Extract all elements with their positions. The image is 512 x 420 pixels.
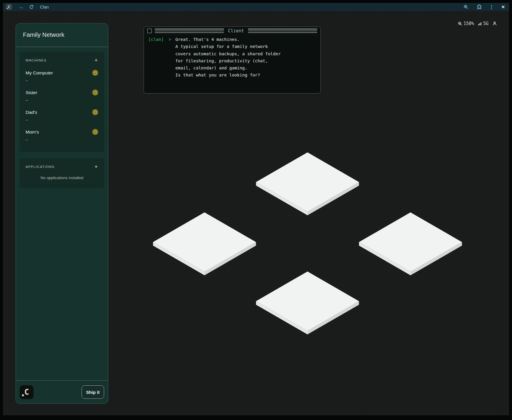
machine-warning-icon[interactable]: ! bbox=[92, 109, 98, 115]
machine-status-placeholder: – bbox=[26, 137, 98, 142]
terminal-line: A typical setup for a family network bbox=[148, 43, 316, 50]
extensions-icon-svg bbox=[476, 4, 482, 10]
terminal-line: email, calendar) and gaming. bbox=[148, 64, 316, 71]
applications-panel: APPLICATIONS + No applications installed bbox=[20, 158, 104, 188]
terminal-line: for filesharing, productivity (chat, bbox=[148, 57, 316, 64]
clan-logo-button[interactable]: C bbox=[6, 4, 12, 10]
terminal-closebox-icon[interactable] bbox=[147, 29, 152, 33]
machine-row-my-computer[interactable]: My Computer ! – bbox=[26, 70, 98, 83]
close-icon[interactable]: ✕ bbox=[501, 4, 505, 10]
platform-tile-svg bbox=[256, 271, 359, 334]
family-network-sidebar: Family Network MACHINES + My Computer ! … bbox=[16, 23, 108, 404]
terminal-text: for filesharing, productivity (chat, bbox=[175, 57, 316, 64]
machines-label: MACHINES bbox=[26, 59, 46, 62]
network-type-value: 5G bbox=[483, 21, 488, 26]
machine-warning-icon[interactable]: ! bbox=[92, 70, 98, 76]
applications-panel-header: APPLICATIONS + bbox=[26, 164, 98, 169]
zoom-in-icon[interactable] bbox=[463, 4, 468, 9]
sidebar-header: Family Network bbox=[16, 24, 108, 38]
terminal-title: Client bbox=[227, 28, 245, 34]
clan-logo-icon: C bbox=[8, 5, 10, 9]
exclamation-glyph: ! bbox=[94, 130, 97, 134]
back-icon[interactable]: ← bbox=[19, 4, 24, 9]
zoom-in-icon-svg bbox=[463, 4, 468, 9]
prompt-label: [clan] bbox=[148, 36, 164, 43]
signal-bars-icon bbox=[478, 21, 482, 26]
platform-tile-left[interactable] bbox=[153, 212, 256, 275]
terminal-text: Is that what you are looking for? bbox=[175, 71, 316, 79]
topbar-actions: ✕ bbox=[463, 4, 505, 10]
extensions-icon[interactable] bbox=[476, 4, 482, 10]
platform-tile-svg bbox=[153, 212, 256, 275]
add-application-button[interactable]: + bbox=[94, 164, 98, 169]
zoom-level-value: 150% bbox=[463, 21, 474, 26]
user-indicator[interactable] bbox=[492, 21, 497, 26]
terminal-line: [clan] > Great. That's 4 machines. bbox=[148, 36, 316, 43]
platform-tile-bottom[interactable] bbox=[256, 271, 359, 334]
machine-row-sister[interactable]: Sister ! – bbox=[26, 89, 98, 102]
sidebar-divider bbox=[16, 47, 108, 47]
machine-status-placeholder: – bbox=[26, 78, 98, 83]
machines-panel-header: MACHINES + bbox=[26, 57, 98, 63]
machine-name: Sister bbox=[26, 90, 37, 95]
ship-it-button[interactable]: Ship it bbox=[82, 385, 104, 399]
add-machine-button[interactable]: + bbox=[94, 57, 98, 63]
platform-tile-svg bbox=[359, 212, 462, 275]
applications-label: APPLICATIONS bbox=[26, 165, 54, 169]
terminal-prompt: [clan] > bbox=[148, 36, 171, 43]
titlebar-stripes-right bbox=[248, 29, 317, 33]
terminal-line: Is that what you are looking for? bbox=[148, 71, 316, 79]
terminal-titlebar[interactable]: Client bbox=[144, 27, 320, 35]
zoom-level-indicator[interactable]: 150% bbox=[458, 21, 474, 26]
menu-kebab-icon[interactable] bbox=[490, 4, 493, 10]
terminal-text: Great. That's 4 machines. bbox=[175, 36, 316, 43]
terminal-text: A typical setup for a family network bbox=[175, 43, 316, 50]
machine-name: Mom's bbox=[26, 129, 39, 135]
terminal-line: covers automatic backups, a shared folde… bbox=[148, 50, 316, 57]
exclamation-glyph: ! bbox=[94, 110, 97, 114]
applications-empty-text: No applications installed bbox=[26, 176, 98, 180]
machine-status-placeholder: – bbox=[26, 98, 98, 102]
exclamation-glyph: ! bbox=[94, 71, 97, 75]
sidebar-title: Family Network bbox=[23, 31, 101, 38]
titlebar-stripes-left bbox=[155, 29, 224, 33]
network-indicator: 5G bbox=[478, 21, 488, 26]
clan-logo-icon: C bbox=[24, 388, 29, 396]
sidebar-footer: C Ship it bbox=[16, 380, 108, 404]
machine-status-placeholder: – bbox=[26, 117, 98, 122]
person-icon bbox=[492, 21, 497, 26]
platform-tile-right[interactable] bbox=[359, 212, 462, 275]
terminal-body: [clan] > Great. That's 4 machines. A typ… bbox=[144, 35, 320, 79]
refresh-icon-svg bbox=[29, 5, 34, 9]
platform-tile-svg bbox=[256, 152, 359, 215]
terminal-text: covers automatic backups, a shared folde… bbox=[175, 50, 316, 57]
machine-warning-icon[interactable]: ! bbox=[92, 129, 98, 135]
canvas-status-cluster: 150% 5G bbox=[458, 20, 497, 27]
machine-name: My Computer bbox=[26, 70, 53, 76]
machine-warning-icon[interactable]: ! bbox=[92, 89, 98, 96]
clan-footer-logo: C bbox=[20, 385, 34, 399]
client-terminal-window: Client [clan] > Great. That's 4 machines… bbox=[144, 26, 321, 94]
machine-name: Dad's bbox=[26, 110, 37, 115]
browser-topbar: C ← Clan ✕ bbox=[3, 3, 509, 11]
machine-row-dads[interactable]: Dad's ! – bbox=[26, 109, 98, 122]
machine-row-moms[interactable]: Mom's ! – bbox=[26, 129, 98, 142]
platform-tile-top[interactable] bbox=[256, 152, 359, 215]
terminal-text: email, calendar) and gaming. bbox=[175, 64, 316, 71]
machines-panel: MACHINES + My Computer ! – Sister ! – Da… bbox=[20, 52, 104, 152]
prompt-symbol: > bbox=[169, 36, 171, 43]
exclamation-glyph: ! bbox=[94, 91, 97, 94]
page-title: Clan bbox=[40, 5, 49, 9]
refresh-icon[interactable] bbox=[29, 5, 34, 9]
magnifier-icon bbox=[458, 21, 462, 26]
